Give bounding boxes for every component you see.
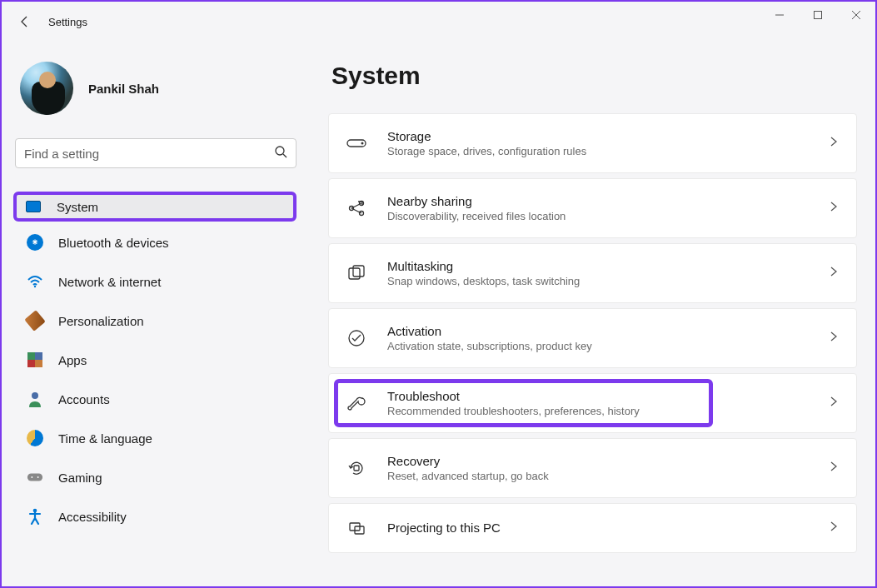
nav-label: Network & internet: [58, 275, 161, 289]
wifi-icon: [27, 273, 43, 290]
user-name: Pankil Shah: [88, 82, 159, 96]
svg-point-7: [31, 476, 32, 478]
card-subtitle: Activation state, subscriptions, product…: [387, 340, 808, 352]
close-button[interactable]: [837, 2, 875, 28]
nav-label: Accounts: [58, 392, 110, 406]
card-storage[interactable]: Storage Storage space, drives, configura…: [328, 113, 857, 173]
svg-rect-16: [353, 266, 364, 277]
card-title: Activation: [387, 324, 808, 338]
titlebar: Settings: [2, 2, 875, 42]
checkmark-circle-icon: [346, 327, 367, 349]
nav-item-personalization[interactable]: Personalization: [15, 302, 296, 339]
svg-point-5: [32, 392, 38, 399]
chevron-right-icon: [828, 331, 840, 346]
avatar: [20, 62, 73, 115]
card-nearby-sharing[interactable]: Nearby sharing Discoverability, received…: [328, 178, 857, 238]
card-title: Troubleshoot: [387, 389, 808, 403]
gamepad-icon: [27, 469, 43, 486]
card-title: Multitasking: [387, 259, 808, 273]
maximize-button[interactable]: [799, 2, 837, 28]
card-title: Recovery: [387, 454, 808, 468]
card-subtitle: Reset, advanced startup, go back: [387, 470, 808, 482]
nav-label: System: [57, 200, 98, 214]
card-subtitle: Snap windows, desktops, task switching: [387, 275, 808, 287]
nav-item-network[interactable]: Network & internet: [15, 263, 296, 300]
chevron-right-icon: [828, 266, 840, 281]
chevron-right-icon: [828, 201, 840, 216]
card-multitasking[interactable]: Multitasking Snap windows, desktops, tas…: [328, 243, 857, 303]
card-title: Storage: [387, 129, 808, 143]
chevron-right-icon: [828, 396, 840, 411]
app-title: Settings: [48, 16, 87, 28]
chevron-right-icon: [828, 521, 840, 536]
person-icon: [27, 391, 43, 407]
accessibility-icon: [27, 508, 43, 525]
card-title: Projecting to this PC: [387, 521, 808, 535]
nav-label: Accessibility: [58, 510, 127, 524]
back-button[interactable]: [8, 5, 42, 38]
card-subtitle: Discoverability, received files location: [387, 210, 808, 222]
profile-section[interactable]: Pankil Shah: [15, 52, 296, 135]
nav-label: Bluetooth & devices: [58, 236, 169, 250]
card-subtitle: Recommended troubleshooters, preferences…: [387, 405, 808, 417]
multitask-icon: [346, 262, 367, 284]
svg-rect-18: [354, 466, 359, 471]
share-icon: [346, 197, 367, 219]
bluetooth-icon: ⁕: [27, 234, 43, 251]
svg-line-3: [283, 154, 287, 157]
search-box[interactable]: [15, 138, 296, 168]
nav-label: Gaming: [58, 471, 102, 485]
chevron-right-icon: [828, 136, 840, 151]
page-title: System: [331, 62, 857, 90]
svg-point-4: [34, 286, 36, 287]
card-recovery[interactable]: Recovery Reset, advanced startup, go bac…: [328, 438, 857, 498]
nav-label: Personalization: [58, 314, 144, 328]
svg-rect-6: [27, 473, 42, 481]
nav-item-apps[interactable]: Apps: [15, 341, 296, 378]
card-title: Nearby sharing: [387, 194, 808, 208]
nav-item-gaming[interactable]: Gaming: [15, 459, 296, 496]
nav-label: Time & language: [58, 431, 152, 446]
search-input[interactable]: [24, 147, 274, 161]
card-troubleshoot[interactable]: Troubleshoot Recommended troubleshooters…: [328, 373, 857, 433]
window-controls: [760, 2, 875, 28]
svg-rect-15: [349, 268, 360, 279]
svg-point-2: [276, 147, 284, 155]
main-content: System Storage Storage space, drives, co…: [310, 42, 875, 586]
system-icon: [25, 198, 42, 215]
svg-point-8: [37, 476, 39, 478]
svg-rect-1: [815, 12, 822, 19]
nav-item-time[interactable]: Time & language: [15, 420, 296, 456]
storage-icon: [346, 132, 367, 154]
brush-icon: [27, 312, 43, 329]
nav-label: Apps: [58, 353, 87, 367]
card-projecting[interactable]: Projecting to this PC: [328, 503, 857, 553]
apps-icon: [27, 351, 43, 368]
nav-item-accounts[interactable]: Accounts: [15, 381, 296, 417]
card-subtitle: Storage space, drives, configuration rul…: [387, 145, 808, 157]
card-activation[interactable]: Activation Activation state, subscriptio…: [328, 308, 857, 368]
project-icon: [346, 517, 367, 539]
clock-globe-icon: [27, 430, 43, 446]
minimize-button[interactable]: [760, 2, 799, 28]
search-icon: [274, 145, 287, 162]
chevron-right-icon: [828, 461, 840, 476]
recovery-icon: [346, 457, 367, 479]
nav-item-bluetooth[interactable]: ⁕ Bluetooth & devices: [15, 224, 296, 261]
nav-item-accessibility[interactable]: Accessibility: [15, 498, 296, 535]
sidebar: Pankil Shah System ⁕ Bluetooth & devices…: [2, 42, 310, 586]
svg-point-17: [349, 331, 364, 346]
nav-item-system[interactable]: System: [13, 192, 296, 222]
svg-point-11: [361, 142, 364, 145]
wrench-icon: [346, 392, 367, 414]
